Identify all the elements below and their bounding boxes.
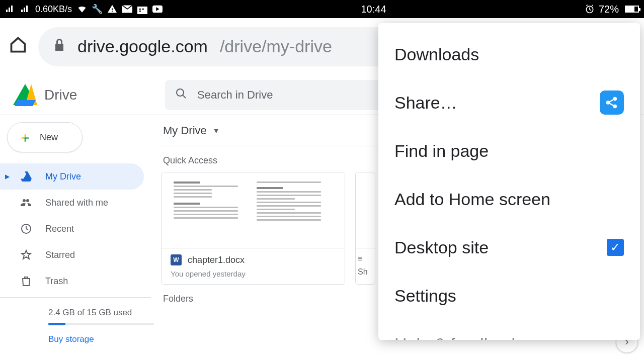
new-button[interactable]: ＋ New [7, 122, 83, 152]
storage-bar [48, 323, 154, 325]
doc-thumbnail [162, 172, 345, 248]
sidebar-item-label: Starred [45, 250, 75, 260]
clock-icon [20, 223, 32, 235]
sidebar-item-recent[interactable]: Recent [0, 216, 151, 242]
trash-icon [20, 275, 32, 287]
svg-rect-2 [137, 4, 147, 7]
sidebar-item-starred[interactable]: Starred [0, 242, 151, 268]
sidebar-item-my-drive[interactable]: ▶ My Drive [0, 163, 144, 190]
home-icon[interactable] [9, 36, 27, 58]
battery-icon [625, 6, 639, 13]
url-host: drive.google.com [77, 37, 208, 56]
mail-icon [122, 4, 132, 14]
url-path: /drive/my-drive [220, 37, 332, 56]
search-icon [175, 87, 187, 103]
drive-brand[interactable]: Drive [0, 84, 165, 106]
people-icon [20, 197, 32, 209]
file-card[interactable]: ≡ Sh [355, 172, 375, 285]
new-button-label: New [40, 132, 58, 143]
lock-icon [53, 38, 65, 55]
browser-overflow-menu: Downloads Share… Find in page Add to Hom… [378, 23, 640, 340]
battery-percent: 72% [599, 4, 619, 15]
drive-brand-label: Drive [44, 87, 77, 103]
sidebar: ＋ New ▶ My Drive Shared with me [0, 115, 151, 362]
file-subtitle: You opened yesterday [171, 269, 336, 278]
sidebar-item-label: Trash [45, 276, 68, 287]
nav: ▶ My Drive Shared with me Recent [0, 163, 151, 294]
drive-logo-icon [13, 84, 37, 106]
warning-icon [107, 4, 117, 14]
file-subtitle: Sh [358, 267, 373, 277]
wrench-icon: 🔧 [92, 4, 102, 14]
svg-rect-4 [142, 9, 144, 10]
menu-desktop-site[interactable]: Desktop site ✓ [378, 223, 640, 272]
android-status-bar: 0.60KB/s 🔧 10:44 72% [0, 0, 644, 18]
menu-downloads[interactable]: Downloads [378, 30, 640, 78]
search-placeholder: Search in Drive [197, 88, 273, 102]
menu-add-to-home[interactable]: Add to Home screen [378, 175, 640, 223]
calendar-icon [137, 4, 147, 14]
share-app-icon [600, 90, 624, 115]
breadcrumb-label: My Drive [163, 124, 207, 137]
sidebar-item-label: My Drive [45, 171, 81, 182]
word-doc-icon: W [171, 254, 182, 265]
menu-share[interactable]: Share… [378, 78, 640, 127]
wifi-icon [77, 4, 87, 14]
data-speed: 0.60KB/s [35, 4, 72, 15]
svg-rect-3 [139, 9, 141, 10]
checkbox-checked-icon[interactable]: ✓ [607, 239, 624, 256]
buy-storage-link[interactable]: Buy storage [48, 334, 151, 344]
svg-point-8 [177, 89, 184, 96]
list-icon: ≡ [358, 254, 362, 263]
storage-text: 2.4 GB of 15 GB used [48, 308, 151, 318]
doc-thumbnail [356, 172, 375, 248]
file-name: chapter1.docx [188, 255, 245, 265]
drive-icon [20, 170, 32, 183]
sidebar-item-trash[interactable]: Trash [0, 268, 151, 294]
chevron-down-icon: ▼ [213, 127, 220, 135]
plus-icon: ＋ [19, 129, 32, 146]
sidebar-item-label: Recent [45, 224, 74, 234]
signal-icon [5, 4, 15, 14]
sidebar-item-shared[interactable]: Shared with me [0, 190, 151, 216]
menu-settings[interactable]: Settings [378, 272, 640, 320]
sidebar-item-label: Shared with me [45, 198, 108, 208]
file-card[interactable]: W chapter1.docx You opened yesterday [161, 172, 345, 285]
alarm-icon [585, 4, 595, 14]
chevron-right-icon[interactable]: ▶ [5, 173, 10, 180]
signal-icon [20, 4, 30, 14]
star-icon [20, 249, 32, 261]
menu-find-in-page[interactable]: Find in page [378, 127, 640, 175]
storage-info: 2.4 GB of 15 GB used Buy storage [0, 301, 151, 344]
svg-rect-5 [139, 11, 141, 12]
status-time: 10:44 [163, 4, 585, 15]
youtube-icon [152, 4, 163, 14]
menu-help-feedback[interactable]: Help & feedback [378, 320, 640, 340]
